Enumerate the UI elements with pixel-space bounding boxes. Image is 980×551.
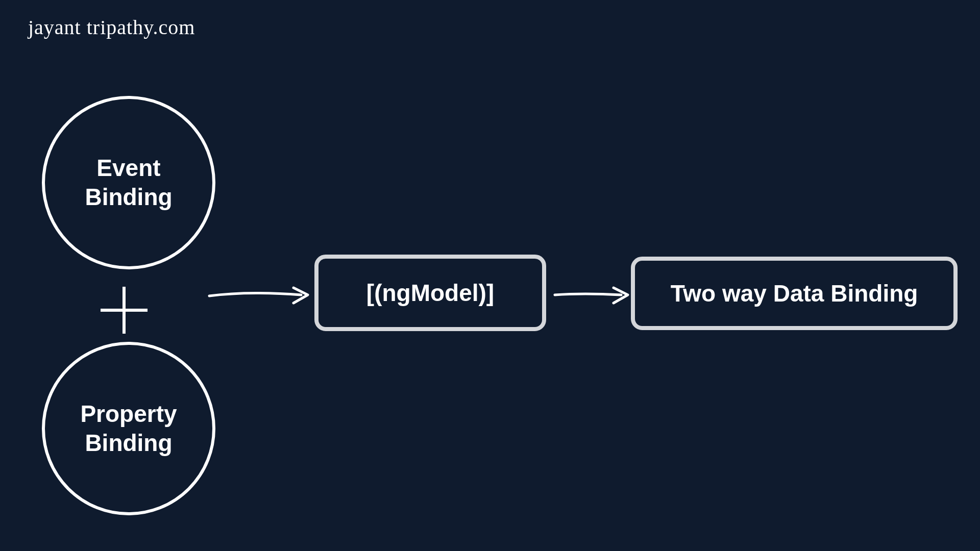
property-binding-circle: Property Binding <box>42 342 215 515</box>
result-label: Two way Data Binding <box>671 280 918 307</box>
plus-operator <box>101 287 148 334</box>
arrow-to-ngmodel <box>207 281 314 311</box>
ngmodel-label: [(ngModel)] <box>366 279 494 307</box>
arrow-to-result <box>552 281 634 311</box>
ngmodel-box: [(ngModel)] <box>314 255 546 331</box>
watermark-text: jayant tripathy.com <box>28 15 195 39</box>
property-binding-label: Property Binding <box>80 399 177 458</box>
result-box: Two way Data Binding <box>631 257 958 330</box>
event-binding-circle: Event Binding <box>42 96 215 269</box>
event-binding-label: Event Binding <box>85 154 172 212</box>
